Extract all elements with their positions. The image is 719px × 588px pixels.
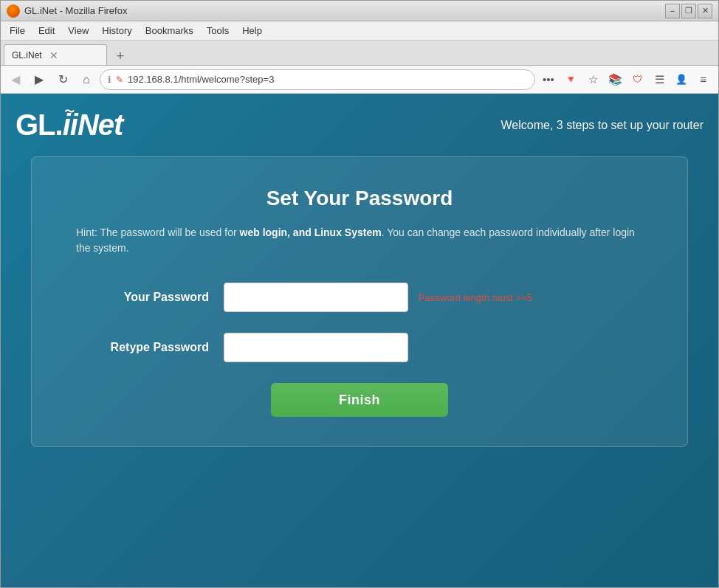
welcome-text: Welcome, 3 steps to set up your router bbox=[501, 119, 704, 132]
shield-button[interactable]: 🛡 bbox=[627, 69, 647, 90]
bookmark-button[interactable]: ☆ bbox=[582, 69, 603, 90]
menu-button[interactable]: ≡ bbox=[693, 69, 714, 90]
titlebar-controls: − ❐ ✕ bbox=[665, 4, 712, 18]
window-title: GL.iNet - Mozilla Firefox bbox=[24, 5, 127, 16]
menu-help[interactable]: Help bbox=[236, 24, 268, 38]
finish-button[interactable]: Finish bbox=[271, 383, 448, 417]
minimize-button[interactable]: − bbox=[665, 4, 680, 18]
hint-text: Hint: The password will be used for web … bbox=[76, 225, 643, 256]
tabbar: GL.iNet ✕ + bbox=[1, 41, 718, 66]
logo: GL. 〜 iiNet bbox=[16, 108, 123, 142]
firefox-icon bbox=[7, 4, 20, 18]
menu-edit[interactable]: Edit bbox=[32, 24, 61, 38]
menu-tools[interactable]: Tools bbox=[201, 24, 235, 38]
retype-label: Retype Password bbox=[76, 341, 224, 354]
close-button[interactable]: ✕ bbox=[698, 4, 712, 18]
menu-file[interactable]: File bbox=[4, 24, 31, 38]
page-content: GL. 〜 iiNet Welcome, 3 steps to set up y… bbox=[1, 94, 718, 587]
menu-bookmarks[interactable]: Bookmarks bbox=[140, 24, 199, 38]
hint-prefix: Hint: The password will be used for bbox=[76, 226, 240, 238]
home-button[interactable]: ⌂ bbox=[76, 69, 97, 90]
edit-icon: ✎ bbox=[116, 75, 123, 85]
addressbar: ◀ ▶ ↻ ⌂ ℹ ✎ 192.168.8.1/html/welcome?ste… bbox=[1, 66, 718, 94]
wifi-indicator: 〜 bbox=[64, 106, 74, 119]
menu-history[interactable]: History bbox=[96, 24, 137, 38]
pocket-button[interactable]: 🔻 bbox=[560, 69, 581, 90]
password-label: Your Password bbox=[76, 291, 224, 304]
back-button[interactable]: ◀ bbox=[5, 69, 26, 90]
tab-close-button[interactable]: ✕ bbox=[49, 49, 58, 61]
info-icon: ℹ bbox=[108, 75, 111, 85]
tab-label: GL.iNet bbox=[12, 50, 42, 60]
password-card: Set Your Password Hint: The password wil… bbox=[31, 156, 688, 447]
toolbar-icons: ••• 🔻 ☆ 📚 🛡 ☰ 👤 ≡ bbox=[538, 69, 714, 90]
retype-input[interactable] bbox=[224, 333, 408, 362]
new-tab-button[interactable]: + bbox=[110, 47, 131, 65]
hint-bold: web login, and Linux System bbox=[240, 226, 382, 238]
titlebar-left: GL.iNet - Mozilla Firefox bbox=[7, 4, 127, 18]
titlebar: GL.iNet - Mozilla Firefox − ❐ ✕ bbox=[1, 1, 718, 21]
logo-gl: GL. bbox=[16, 108, 63, 141]
logo-inet: iNet bbox=[70, 108, 123, 141]
browser-window: GL.iNet - Mozilla Firefox − ❐ ✕ File Edi… bbox=[0, 0, 719, 588]
reader-button[interactable]: ☰ bbox=[649, 69, 670, 90]
browser-tab[interactable]: GL.iNet ✕ bbox=[4, 44, 107, 65]
more-button[interactable]: ••• bbox=[538, 69, 559, 90]
password-error: Password length must >=5 bbox=[419, 292, 532, 303]
restore-button[interactable]: ❐ bbox=[681, 4, 696, 18]
finish-row: Finish bbox=[76, 383, 643, 417]
reload-button[interactable]: ↻ bbox=[52, 69, 73, 90]
address-box[interactable]: ℹ ✎ 192.168.8.1/html/welcome?step=3 bbox=[100, 69, 535, 90]
page-header: GL. 〜 iiNet Welcome, 3 steps to set up y… bbox=[16, 108, 703, 142]
retype-row: Retype Password bbox=[76, 333, 643, 362]
menubar: File Edit View History Bookmarks Tools H… bbox=[1, 21, 718, 41]
menu-view[interactable]: View bbox=[62, 24, 94, 38]
library-button[interactable]: 📚 bbox=[605, 69, 625, 90]
url-display: 192.168.8.1/html/welcome?step=3 bbox=[128, 74, 274, 85]
card-title: Set Your Password bbox=[76, 187, 643, 210]
sync-button[interactable]: 👤 bbox=[671, 69, 692, 90]
password-row: Your Password Password length must >=5 bbox=[76, 283, 643, 312]
forward-button[interactable]: ▶ bbox=[29, 69, 49, 90]
password-input[interactable] bbox=[224, 283, 408, 312]
